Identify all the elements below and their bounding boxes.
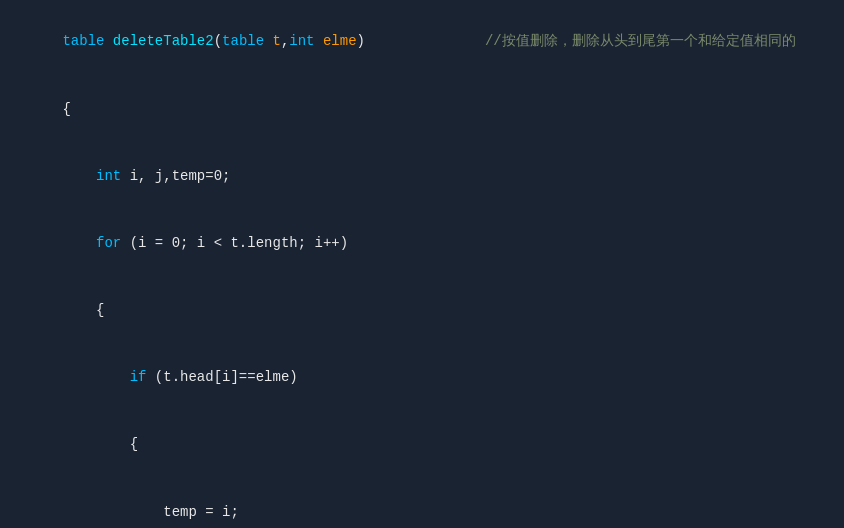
- brace-open-2: {: [96, 302, 104, 318]
- for1-content: (i =: [130, 235, 172, 251]
- for1-mid: ; i < t.length; i++): [180, 235, 348, 251]
- code-line-5: {: [0, 277, 844, 344]
- indent-5: [62, 436, 129, 452]
- brace-open-3: {: [130, 436, 138, 452]
- indent-6: [62, 504, 163, 520]
- keyword-int-1: int: [96, 168, 130, 184]
- comment-line1: //按值删除，删除从头到尾第一个和给定值相同的: [485, 33, 796, 49]
- code-editor: table deleteTable2(table t,int elme)//按值…: [0, 0, 844, 528]
- num-0: 0: [214, 168, 222, 184]
- code-line-3: int i, j,temp=0;: [0, 142, 844, 209]
- line-temp-i: temp = i;: [163, 504, 239, 520]
- code-line-7: {: [0, 411, 844, 478]
- keyword-if-1: if: [130, 369, 155, 385]
- brace-open-1: {: [62, 101, 70, 117]
- punct-paren-close: ): [357, 33, 365, 49]
- keyword-table: table: [62, 33, 112, 49]
- indent-3: [62, 302, 96, 318]
- var-i: i, j,temp=: [130, 168, 214, 184]
- semi-1: ;: [222, 168, 230, 184]
- param-elme: elme: [323, 33, 357, 49]
- param-type-2: int: [289, 33, 323, 49]
- if1-content: (t.head[i]==elme): [155, 369, 298, 385]
- param-t: t: [273, 33, 281, 49]
- param-type-1: table: [222, 33, 272, 49]
- num-0b: 0: [172, 235, 180, 251]
- punct-paren-open: (: [214, 33, 222, 49]
- code-line-2: {: [0, 75, 844, 142]
- code-line-4: for (i = 0; i < t.length; i++): [0, 210, 844, 277]
- code-line-6: if (t.head[i]==elme): [0, 344, 844, 411]
- indent-4: [62, 369, 129, 385]
- keyword-for-1: for: [96, 235, 130, 251]
- indent-2: [62, 235, 96, 251]
- indent-1: [62, 168, 96, 184]
- code-line-1: table deleteTable2(table t,int elme)//按值…: [0, 8, 844, 75]
- code-line-8: temp = i;: [0, 478, 844, 528]
- func-name: deleteTable2: [113, 33, 214, 49]
